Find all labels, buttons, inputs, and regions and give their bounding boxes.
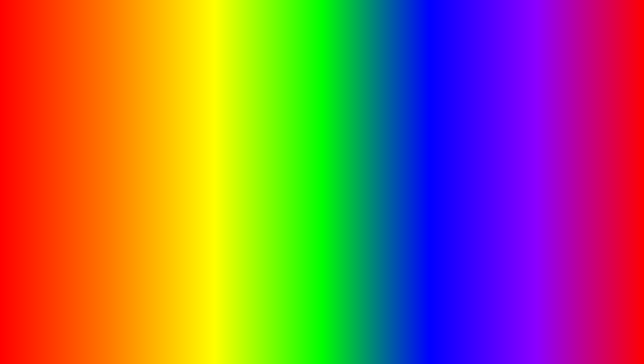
free-nokey-text: FREE NO KEY !! [387,83,472,129]
android-checkmark: ✓ [189,186,205,210]
home-icon: 🏠 [42,115,48,120]
farming-checkmark: ✓ [102,134,108,142]
right-window-title: Annie Hub By Mars [485,101,525,106]
skull-icon: 💀 [555,293,601,315]
race-door-row[interactable]: Race Door › [529,140,602,153]
auto-trial-toggle[interactable] [590,184,602,190]
window-right: Annie Hub By Mars — □ ✕ 🗺️ Teleport 🍎 De… [480,97,607,229]
sidebar-item-devil-fruit-right[interactable]: 🍎 Devil Fruit [481,123,524,135]
auto-race-label: Auto Race [529,128,602,140]
sidebar-item-misc[interactable]: ⊕ Misc [481,171,524,183]
bottom-bar: UPDATE 20 SCRIPT PASTEBIN [0,321,644,357]
misc-race-row: Misc Race [529,194,602,206]
race-v4-title: Race V4 [529,113,602,123]
bottom-text: UPDATE 20 SCRIPT PASTEBIN [73,321,571,357]
right-window-content: Race V4 Auto Race Race Door › Auto [ Hum… [525,109,607,229]
mobile-label: MOBILE [37,144,153,168]
blox-fruits-logo-text: BLOX FRUITS [555,315,601,344]
game-character: ✕ [272,47,372,247]
main-title: BLOX FRUITS [0,7,644,68]
auto-human-ghoul-toggle[interactable] [590,156,602,163]
chevron-down-icon: ▾ [178,149,180,154]
right-window-titlebar: Annie Hub By Mars — □ ✕ [481,98,607,109]
update-number: 20 [220,321,258,357]
settings-icon: ⚙️ [41,127,47,132]
misc-race-label: Misc Race [529,197,550,202]
auto-trial-row: Auto Trial [529,180,602,194]
right-close-button[interactable]: ✕ [599,100,603,106]
teleport-icon: 🗺️ [485,115,491,120]
sidebar-item-main[interactable]: 🏠 Main [37,111,77,123]
script-word: SCRIPT [268,321,392,357]
auto-kill-players-row: Auto Kill Players Trial [529,167,602,180]
sidebar-item-dungeon-right[interactable]: ⚔️ Dungeon [481,135,524,147]
minimize-button[interactable]: — [166,100,171,106]
blox-text: BL [560,315,577,329]
misc-icon: ⊕ [485,175,489,180]
farming-label: Farming [83,129,184,134]
sidebar-item-shop[interactable]: 🛒 Shop [481,159,524,171]
sidebar-item-race-v4[interactable]: » Race V4 [481,147,524,159]
left-window-titlebar: Annie Hub By Mars — □ ✕ [37,98,190,109]
blox-fruits-logo: 💀 BLOX FRUITS [555,293,601,344]
auto-human-ghoul-label: Auto [ Human / Ghoul ] Trial [529,157,583,162]
android-label: ANDROID [37,169,153,193]
left-window-controls: — □ ✕ [166,100,186,106]
dungeon-right-icon: ⚔️ [485,139,491,144]
update-word: UPDATE [73,321,210,357]
close-button[interactable]: ✕ [182,100,186,106]
right-maximize-button[interactable]: □ [592,100,595,106]
right-sidebar: 🗺️ Teleport 🍎 Devil Fruit ⚔️ Dungeon » R… [481,109,525,229]
right-minimize-button[interactable]: — [583,100,588,106]
sidebar-item-setting[interactable]: ⚙️ Setting [37,123,77,135]
chevron-right-icon: › [600,143,602,149]
pastebin-word: PASTEBIN [402,321,571,357]
ox-text: OX [577,315,595,329]
auto-trial-label: Auto Trial [529,185,548,190]
devil-fruit-right-icon: 🍎 [485,127,491,132]
sidebar-item-teleport[interactable]: 🗺️ Teleport [481,111,524,123]
left-window-title: Annie Hub By Mars [41,101,81,106]
mobile-android-text: MOBILE ANDROID [37,144,153,193]
shop-icon: 🛒 [485,163,491,168]
right-window-body: 🗺️ Teleport 🍎 Devil Fruit ⚔️ Dungeon » R… [481,109,607,229]
auto-kill-players-label: Auto Kill Players Trial [529,171,570,176]
mobile-checkmark: ✓ [187,160,204,183]
fruits-text: FRUITS [555,330,601,344]
right-window-controls: — □ ✕ [583,100,603,106]
farming-section: Farming Auto Farm ✓ [83,129,184,142]
race-v4-icon: » [486,151,489,156]
fruit-mascot [130,264,174,304]
auto-kill-players-toggle[interactable] [590,170,602,177]
farming-sub: Auto Farm [83,136,100,140]
main-content-title: Main [83,114,184,123]
auto-human-ghoul-row: Auto [ Human / Ghoul ] Trial [529,153,602,167]
maximize-button[interactable]: □ [175,100,178,106]
race-door-label: Race Door [529,144,550,149]
